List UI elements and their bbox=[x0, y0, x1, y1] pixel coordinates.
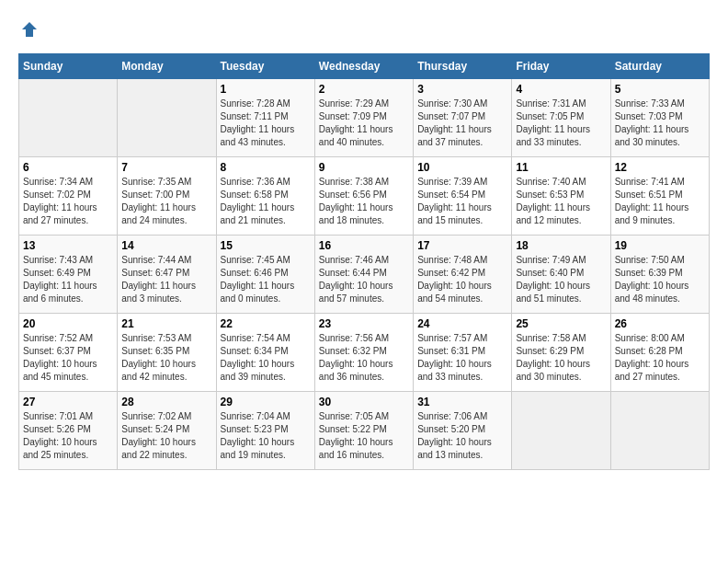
calendar-cell: 26Sunrise: 8:00 AMSunset: 6:28 PMDayligh… bbox=[610, 314, 709, 392]
calendar-week-row: 20Sunrise: 7:52 AMSunset: 6:37 PMDayligh… bbox=[19, 314, 710, 392]
svg-marker-0 bbox=[22, 22, 37, 37]
calendar-cell: 4Sunrise: 7:31 AMSunset: 7:05 PMDaylight… bbox=[512, 79, 610, 157]
day-info: Sunrise: 7:02 AMSunset: 5:24 PMDaylight:… bbox=[121, 410, 211, 462]
calendar-cell: 21Sunrise: 7:53 AMSunset: 6:35 PMDayligh… bbox=[118, 314, 216, 392]
calendar-cell: 16Sunrise: 7:46 AMSunset: 6:44 PMDayligh… bbox=[314, 236, 413, 314]
day-info: Sunrise: 7:40 AMSunset: 6:53 PMDaylight:… bbox=[516, 176, 606, 227]
day-header: Wednesday bbox=[314, 54, 413, 79]
day-header: Sunday bbox=[19, 54, 118, 79]
day-number: 5 bbox=[615, 83, 705, 96]
day-number: 17 bbox=[417, 239, 507, 252]
calendar-header-row: SundayMondayTuesdayWednesdayThursdayFrid… bbox=[19, 54, 710, 79]
calendar-cell: 3Sunrise: 7:30 AMSunset: 7:07 PMDaylight… bbox=[414, 79, 512, 157]
day-number: 3 bbox=[417, 83, 507, 96]
day-number: 21 bbox=[121, 317, 211, 330]
day-info: Sunrise: 7:57 AMSunset: 6:31 PMDaylight:… bbox=[417, 332, 507, 384]
day-info: Sunrise: 7:53 AMSunset: 6:35 PMDaylight:… bbox=[121, 332, 211, 384]
day-info: Sunrise: 7:04 AMSunset: 5:23 PMDaylight:… bbox=[221, 410, 311, 462]
calendar-cell: 15Sunrise: 7:45 AMSunset: 6:46 PMDayligh… bbox=[216, 236, 314, 314]
day-info: Sunrise: 7:39 AMSunset: 6:54 PMDaylight:… bbox=[417, 176, 507, 227]
calendar-cell: 17Sunrise: 7:48 AMSunset: 6:42 PMDayligh… bbox=[414, 236, 512, 314]
calendar-body: 1Sunrise: 7:28 AMSunset: 7:11 PMDaylight… bbox=[19, 79, 710, 470]
calendar-cell: 12Sunrise: 7:41 AMSunset: 6:51 PMDayligh… bbox=[610, 157, 709, 236]
day-header: Thursday bbox=[414, 54, 512, 79]
day-info: Sunrise: 7:28 AMSunset: 7:11 PMDaylight:… bbox=[221, 98, 311, 149]
calendar-cell: 8Sunrise: 7:36 AMSunset: 6:58 PMDaylight… bbox=[216, 157, 314, 236]
logo-icon bbox=[20, 20, 39, 39]
day-number: 16 bbox=[319, 239, 409, 252]
day-number: 12 bbox=[615, 161, 705, 174]
calendar-cell: 9Sunrise: 7:38 AMSunset: 6:56 PMDaylight… bbox=[314, 157, 413, 236]
day-number: 8 bbox=[221, 161, 311, 174]
day-info: Sunrise: 7:56 AMSunset: 6:32 PMDaylight:… bbox=[319, 332, 409, 384]
calendar-cell: 27Sunrise: 7:01 AMSunset: 5:26 PMDayligh… bbox=[19, 392, 118, 470]
calendar-cell: 20Sunrise: 7:52 AMSunset: 6:37 PMDayligh… bbox=[19, 314, 118, 392]
calendar-cell bbox=[19, 79, 118, 157]
day-number: 27 bbox=[23, 396, 113, 408]
day-info: Sunrise: 7:31 AMSunset: 7:05 PMDaylight:… bbox=[516, 98, 606, 149]
day-number: 18 bbox=[516, 239, 606, 252]
day-number: 22 bbox=[221, 317, 311, 330]
day-number: 20 bbox=[23, 317, 113, 330]
calendar-cell: 13Sunrise: 7:43 AMSunset: 6:49 PMDayligh… bbox=[19, 236, 118, 314]
day-info: Sunrise: 7:48 AMSunset: 6:42 PMDaylight:… bbox=[417, 254, 507, 305]
calendar-cell bbox=[610, 392, 709, 470]
day-info: Sunrise: 7:33 AMSunset: 7:03 PMDaylight:… bbox=[615, 98, 705, 149]
day-number: 15 bbox=[221, 239, 311, 252]
calendar-cell: 25Sunrise: 7:58 AMSunset: 6:29 PMDayligh… bbox=[512, 314, 610, 392]
calendar-cell: 1Sunrise: 7:28 AMSunset: 7:11 PMDaylight… bbox=[216, 79, 314, 157]
calendar-cell: 28Sunrise: 7:02 AMSunset: 5:24 PMDayligh… bbox=[118, 392, 216, 470]
day-info: Sunrise: 7:54 AMSunset: 6:34 PMDaylight:… bbox=[221, 332, 311, 384]
day-info: Sunrise: 7:58 AMSunset: 6:29 PMDaylight:… bbox=[516, 332, 606, 384]
day-number: 14 bbox=[121, 239, 211, 252]
day-info: Sunrise: 7:46 AMSunset: 6:44 PMDaylight:… bbox=[319, 254, 409, 305]
day-number: 28 bbox=[121, 396, 211, 408]
day-number: 26 bbox=[615, 317, 705, 330]
day-number: 1 bbox=[221, 83, 311, 96]
day-info: Sunrise: 7:45 AMSunset: 6:46 PMDaylight:… bbox=[221, 254, 311, 305]
day-info: Sunrise: 7:29 AMSunset: 7:09 PMDaylight:… bbox=[319, 98, 409, 149]
day-info: Sunrise: 7:49 AMSunset: 6:40 PMDaylight:… bbox=[516, 254, 606, 305]
calendar-cell: 23Sunrise: 7:56 AMSunset: 6:32 PMDayligh… bbox=[314, 314, 413, 392]
calendar-week-row: 6Sunrise: 7:34 AMSunset: 7:02 PMDaylight… bbox=[19, 157, 710, 236]
day-info: Sunrise: 7:52 AMSunset: 6:37 PMDaylight:… bbox=[23, 332, 113, 384]
day-info: Sunrise: 7:41 AMSunset: 6:51 PMDaylight:… bbox=[615, 176, 705, 227]
day-info: Sunrise: 7:38 AMSunset: 6:56 PMDaylight:… bbox=[319, 176, 409, 227]
day-header: Friday bbox=[512, 54, 610, 79]
day-number: 2 bbox=[319, 83, 409, 96]
calendar-week-row: 13Sunrise: 7:43 AMSunset: 6:49 PMDayligh… bbox=[19, 236, 710, 314]
calendar-cell: 19Sunrise: 7:50 AMSunset: 6:39 PMDayligh… bbox=[610, 236, 709, 314]
day-number: 23 bbox=[319, 317, 409, 330]
day-info: Sunrise: 7:06 AMSunset: 5:20 PMDaylight:… bbox=[417, 410, 507, 462]
calendar-cell: 30Sunrise: 7:05 AMSunset: 5:22 PMDayligh… bbox=[314, 392, 413, 470]
day-number: 30 bbox=[319, 396, 409, 408]
day-header: Tuesday bbox=[216, 54, 314, 79]
calendar-cell: 7Sunrise: 7:35 AMSunset: 7:00 PMDaylight… bbox=[118, 157, 216, 236]
day-info: Sunrise: 7:44 AMSunset: 6:47 PMDaylight:… bbox=[121, 254, 211, 305]
day-info: Sunrise: 7:30 AMSunset: 7:07 PMDaylight:… bbox=[417, 98, 507, 149]
day-info: Sunrise: 7:43 AMSunset: 6:49 PMDaylight:… bbox=[23, 254, 113, 305]
day-header: Saturday bbox=[610, 54, 709, 79]
day-number: 24 bbox=[417, 317, 507, 330]
page-header bbox=[18, 18, 710, 39]
day-number: 7 bbox=[121, 161, 211, 174]
day-info: Sunrise: 7:01 AMSunset: 5:26 PMDaylight:… bbox=[23, 410, 113, 462]
day-info: Sunrise: 7:34 AMSunset: 7:02 PMDaylight:… bbox=[23, 176, 113, 227]
calendar-table: SundayMondayTuesdayWednesdayThursdayFrid… bbox=[18, 53, 710, 470]
day-info: Sunrise: 7:35 AMSunset: 7:00 PMDaylight:… bbox=[121, 176, 211, 227]
calendar-cell: 2Sunrise: 7:29 AMSunset: 7:09 PMDaylight… bbox=[314, 79, 413, 157]
calendar-week-row: 1Sunrise: 7:28 AMSunset: 7:11 PMDaylight… bbox=[19, 79, 710, 157]
day-info: Sunrise: 7:50 AMSunset: 6:39 PMDaylight:… bbox=[615, 254, 705, 305]
calendar-cell: 14Sunrise: 7:44 AMSunset: 6:47 PMDayligh… bbox=[118, 236, 216, 314]
day-number: 13 bbox=[23, 239, 113, 252]
day-info: Sunrise: 7:05 AMSunset: 5:22 PMDaylight:… bbox=[319, 410, 409, 462]
day-number: 31 bbox=[417, 396, 507, 408]
calendar-cell: 18Sunrise: 7:49 AMSunset: 6:40 PMDayligh… bbox=[512, 236, 610, 314]
calendar-cell: 5Sunrise: 7:33 AMSunset: 7:03 PMDaylight… bbox=[610, 79, 709, 157]
day-number: 11 bbox=[516, 161, 606, 174]
calendar-week-row: 27Sunrise: 7:01 AMSunset: 5:26 PMDayligh… bbox=[19, 392, 710, 470]
calendar-cell: 10Sunrise: 7:39 AMSunset: 6:54 PMDayligh… bbox=[414, 157, 512, 236]
day-number: 4 bbox=[516, 83, 606, 96]
day-number: 25 bbox=[516, 317, 606, 330]
logo bbox=[18, 18, 39, 39]
